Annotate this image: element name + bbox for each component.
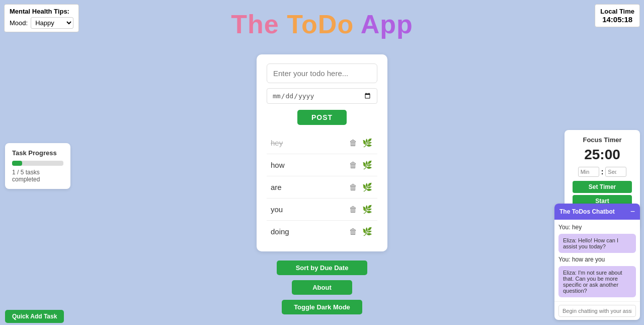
chat-input-row [554, 301, 640, 320]
progress-text: 1 / 5 tasks completed [12, 169, 63, 183]
delete-icon[interactable]: 🗑 [348, 160, 358, 171]
leaf-icon[interactable]: 🌿 [361, 226, 373, 237]
timer-separator: : [601, 168, 604, 176]
timer-min-input[interactable] [578, 167, 599, 177]
quick-add-task-button[interactable]: Quick Add Task [5, 310, 64, 323]
title-app: App [354, 10, 413, 39]
chatbot-close-button[interactable]: − [630, 208, 635, 216]
leaf-icon[interactable]: 🌿 [361, 181, 373, 193]
todo-text: are [271, 183, 282, 191]
todo-item[interactable]: are 🗑 🌿 [267, 176, 377, 199]
chat-message-user: You: how are you [558, 256, 636, 263]
app-title: The ToDo App [0, 0, 644, 39]
leaf-icon[interactable]: 🌿 [361, 204, 373, 215]
todo-text: doing [271, 227, 289, 236]
todo-item[interactable]: hey 🗑 🌿 [267, 132, 377, 154]
chat-message-bot: Eliza: Hello! How can I assist you today… [558, 234, 636, 253]
focus-timer-title: Focus Timer [573, 136, 632, 144]
main-center: POST hey 🗑 🌿 how 🗑 🌿 are 🗑 [0, 54, 644, 325]
todo-actions: 🗑 🌿 [348, 226, 373, 237]
timer-inputs: : [573, 167, 632, 177]
progress-bar-background [12, 161, 63, 166]
mood-label: Mood: [10, 19, 28, 27]
chat-input[interactable] [558, 305, 636, 317]
set-timer-button[interactable]: Set Timer [573, 181, 632, 193]
todo-item[interactable]: you 🗑 🌿 [267, 199, 377, 221]
todo-actions: 🗑 🌿 [348, 159, 373, 171]
delete-icon[interactable]: 🗑 [348, 204, 358, 215]
delete-icon[interactable]: 🗑 [348, 226, 358, 237]
chat-message-user: You: hey [558, 224, 636, 231]
leaf-icon[interactable]: 🌿 [361, 137, 373, 149]
sort-by-due-date-button[interactable]: Sort by Due Date [277, 261, 367, 275]
delete-icon[interactable]: 🗑 [348, 182, 358, 193]
chat-messages: You: hey Eliza: Hello! How can I assist … [554, 220, 640, 301]
clock-value: 14:05:18 [600, 15, 634, 24]
progress-bar-fill [12, 161, 22, 166]
post-button[interactable]: POST [297, 110, 347, 125]
todo-text: hey [271, 139, 283, 147]
about-button[interactable]: About [292, 280, 352, 295]
task-progress-panel: Task Progress 1 / 5 tasks completed [5, 143, 70, 189]
todo-card: POST hey 🗑 🌿 how 🗑 🌿 are 🗑 [257, 54, 387, 251]
todo-item[interactable]: how 🗑 🌿 [267, 154, 377, 176]
todo-item[interactable]: doing 🗑 🌿 [267, 221, 377, 242]
todo-text: you [271, 205, 283, 214]
timer-sec-input[interactable] [605, 167, 626, 177]
date-input[interactable] [267, 88, 377, 104]
todo-actions: 🗑 🌿 [348, 181, 373, 193]
bottom-buttons: Sort by Due Date About Toggle Dark Mode [277, 261, 367, 314]
todo-input[interactable] [267, 63, 377, 83]
toggle-dark-mode-button[interactable]: Toggle Dark Mode [282, 300, 362, 314]
todo-text: how [271, 161, 285, 169]
title-the: The [231, 10, 287, 39]
chatbot-panel: The ToDos Chatbot − You: hey Eliza: Hell… [554, 204, 640, 320]
chat-message-bot: Eliza: I'm not sure about that. Can you … [558, 266, 636, 297]
tips-label: Mental Health Tips: [10, 8, 73, 15]
mood-select[interactable]: Happy Sad Neutral Anxious Energetic [31, 17, 73, 29]
local-time-label: Local Time [600, 8, 634, 15]
timer-display: 25:00 [573, 147, 632, 163]
delete-icon[interactable]: 🗑 [348, 138, 358, 149]
local-time-panel: Local Time 14:05:18 [595, 4, 640, 27]
leaf-icon[interactable]: 🌿 [361, 159, 373, 171]
todo-actions: 🗑 🌿 [348, 204, 373, 215]
mental-health-tips-panel: Mental Health Tips: Mood: Happy Sad Neut… [4, 4, 79, 32]
todo-actions: 🗑 🌿 [348, 137, 373, 149]
title-todo: ToDo [287, 10, 354, 39]
chatbot-header: The ToDos Chatbot − [554, 204, 640, 220]
todo-list: hey 🗑 🌿 how 🗑 🌿 are 🗑 🌿 [267, 132, 377, 242]
task-progress-title: Task Progress [12, 149, 63, 157]
chatbot-title: The ToDos Chatbot [559, 208, 615, 215]
